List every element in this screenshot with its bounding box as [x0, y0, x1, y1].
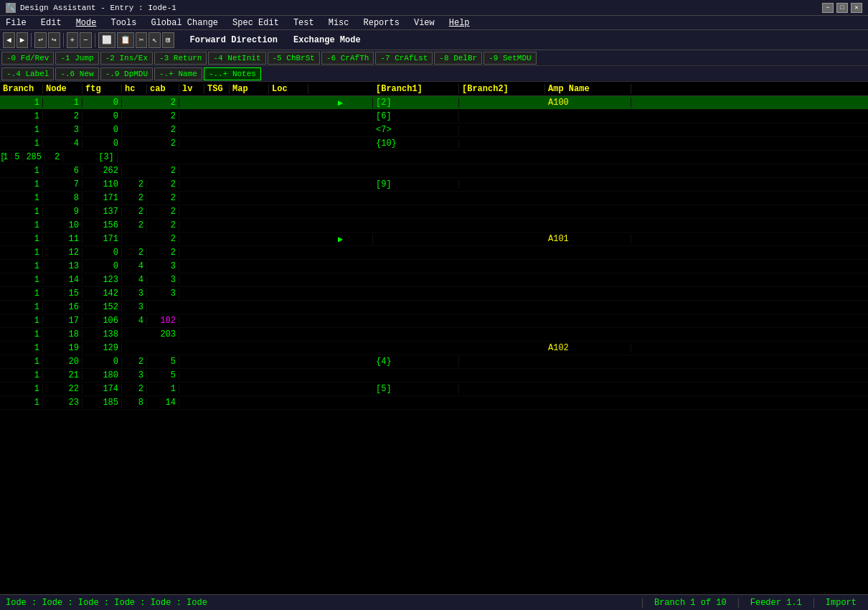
- table-row[interactable]: 1202[6]: [0, 110, 868, 123]
- table-cell: 2: [147, 248, 179, 258]
- table-row[interactable]: 11514233: [0, 287, 868, 301]
- table-row[interactable]: 12118035: [0, 369, 868, 383]
- table-cell: 2: [147, 234, 179, 244]
- tb-redo[interactable]: ↪: [48, 32, 60, 48]
- table-cell: 10: [43, 220, 82, 230]
- table-row[interactable]: 1302<7>: [0, 123, 868, 137]
- table-cell: ▶: [308, 234, 373, 245]
- fk-3-button[interactable]: -3 Return: [154, 52, 207, 65]
- fk-lname-button[interactable]: -.+ Name: [154, 67, 202, 80]
- table-cell: 2: [147, 193, 179, 203]
- fk-4-button[interactable]: -4 NetInit: [208, 52, 265, 65]
- fk-5-button[interactable]: -5 ChBrSt: [268, 52, 320, 65]
- tb-special[interactable]: ✂: [136, 32, 148, 48]
- table-cell: 174: [82, 384, 122, 394]
- close-button[interactable]: ✕: [851, 3, 862, 13]
- fk-8-button[interactable]: -8 DelBr: [434, 52, 482, 65]
- fk-9-button[interactable]: -9 SetMDU: [483, 52, 536, 65]
- table-row[interactable]: 1111712▶A101: [0, 233, 868, 246]
- table-cell: 2: [147, 166, 179, 176]
- table-row[interactable]: 123185814: [0, 396, 868, 410]
- table-row[interactable]: 118138203: [0, 328, 868, 342]
- table-cell: 2: [122, 207, 147, 217]
- menu-edit[interactable]: Edit: [38, 18, 65, 28]
- table-cell: A102: [545, 343, 631, 353]
- fk-0-button[interactable]: -0 Fd/Rev: [1, 52, 54, 65]
- fk-lnotes-button[interactable]: -..+ Notes: [204, 67, 261, 80]
- status-path: Iode : Iode : Iode : Iode : Iode : Iode: [0, 598, 643, 608]
- menu-spec[interactable]: Spec Edit: [230, 18, 282, 28]
- table-row[interactable]: 12217421[5]: [0, 383, 868, 396]
- table-row[interactable]: 119129A102: [0, 342, 868, 355]
- tb-paste[interactable]: 📋: [117, 32, 134, 48]
- table-cell: 2: [147, 139, 179, 149]
- table-cell: 7: [43, 179, 82, 189]
- fk-2-button[interactable]: -2 Ins/Ex: [100, 52, 153, 65]
- table-row[interactable]: 162622: [0, 164, 868, 178]
- menu-help[interactable]: Help: [446, 18, 473, 28]
- menu-global[interactable]: Global Change: [148, 18, 221, 28]
- table-cell: 2: [147, 111, 179, 121]
- window-title: Design Assistant - Entry : Iode-1: [20, 4, 176, 12]
- table-cell: 2: [147, 220, 179, 230]
- table-row[interactable]: 1913722: [0, 205, 868, 219]
- table-cell: 138: [82, 329, 122, 339]
- table-cell: 2: [43, 111, 82, 121]
- table-cell: 2: [122, 357, 147, 367]
- table-cell: 18: [43, 329, 82, 339]
- menu-test[interactable]: Test: [291, 18, 317, 28]
- table-row[interactable]: 11412343: [0, 273, 868, 287]
- menu-view[interactable]: View: [411, 18, 438, 28]
- table-cell: 1: [0, 316, 43, 326]
- fk-l9-button[interactable]: -.9 DpMDU: [100, 67, 153, 80]
- table-row[interactable]: 1102▶[2]A100: [0, 96, 868, 110]
- table-cell: 1: [0, 261, 43, 271]
- fk-1-button[interactable]: -1 Jump: [55, 52, 98, 65]
- menu-mode[interactable]: Mode: [73, 18, 100, 28]
- table-cell: 1: [0, 139, 43, 149]
- tb-undo[interactable]: ↩: [34, 32, 47, 48]
- table-cell: 8: [43, 193, 82, 203]
- tb-back[interactable]: ◀: [3, 32, 15, 48]
- menu-tools[interactable]: Tools: [108, 18, 139, 28]
- table-row[interactable]: 120025{4}: [0, 355, 868, 369]
- tb-copy[interactable]: ⬜: [98, 32, 115, 48]
- table-row[interactable]: [152852[3]: [0, 151, 868, 164]
- window-controls[interactable]: − □ ✕: [822, 3, 862, 13]
- tb-cursor[interactable]: ↖: [148, 32, 161, 48]
- table-cell: 152: [82, 302, 122, 312]
- table-cell: 0: [82, 125, 122, 135]
- fk-6-button[interactable]: -6 CrAfTh: [321, 52, 374, 65]
- table-cell: <7>: [373, 125, 459, 135]
- tb-grid[interactable]: ⊞: [162, 32, 174, 48]
- fk-l4-button[interactable]: -.4 Label: [1, 67, 54, 80]
- fk-7-button[interactable]: -7 CrAfLst: [375, 52, 433, 65]
- tb-remove[interactable]: −: [80, 32, 92, 48]
- table-cell: 129: [82, 343, 122, 353]
- table-cell: 102: [147, 316, 179, 326]
- table-row[interactable]: 1711022[9]: [0, 178, 868, 192]
- table-row[interactable]: 1161523: [0, 301, 868, 314]
- table-row[interactable]: 1402{10}: [0, 137, 868, 151]
- table-row[interactable]: 1817122: [0, 192, 868, 205]
- header-branch1: [Branch1]: [373, 84, 459, 94]
- table-row[interactable]: 112022: [0, 246, 868, 260]
- tb-forward[interactable]: ▶: [16, 32, 29, 48]
- menu-file[interactable]: File: [3, 18, 29, 28]
- table-row[interactable]: 113043: [0, 260, 868, 273]
- minimize-button[interactable]: −: [822, 3, 834, 13]
- table-cell: [6]: [373, 111, 459, 121]
- menu-misc[interactable]: Misc: [326, 18, 352, 28]
- table-cell: 123: [82, 275, 122, 285]
- table-row[interactable]: 11015622: [0, 219, 868, 233]
- header-node: Node: [43, 84, 82, 94]
- tb-add[interactable]: +: [67, 32, 79, 48]
- fk-l6-button[interactable]: -.6 New: [55, 67, 98, 80]
- table-cell: 1: [0, 384, 43, 394]
- table-cell: 0: [82, 98, 122, 108]
- table-cell: 2: [147, 207, 179, 217]
- menu-reports[interactable]: Reports: [361, 18, 402, 28]
- maximize-button[interactable]: □: [836, 3, 848, 13]
- table-row[interactable]: 1171064102: [0, 314, 868, 328]
- table-cell: 1: [0, 179, 43, 189]
